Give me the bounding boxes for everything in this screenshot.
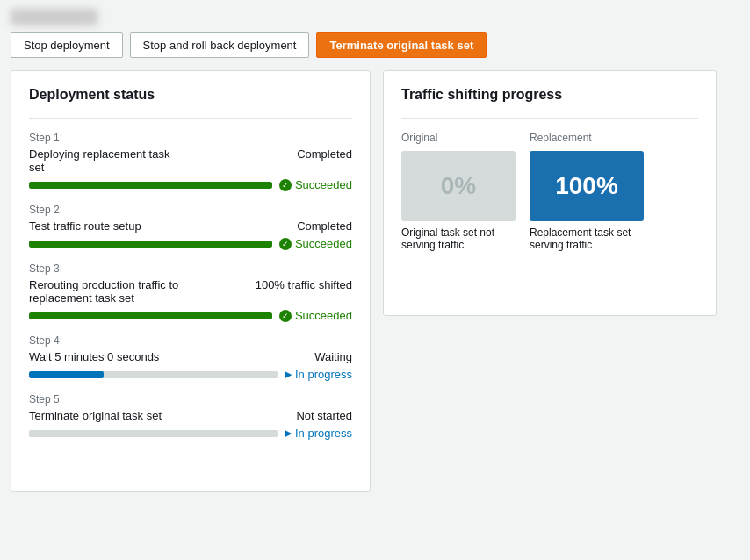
stop-deployment-button[interactable]: Stop deployment <box>11 32 123 58</box>
step-1-progress-fill <box>29 182 272 189</box>
step-2-check-icon: ✓ <box>279 238 292 250</box>
traffic-replacement-label: Replacement <box>530 132 644 144</box>
step-1-check-icon: ✓ <box>279 179 292 191</box>
stop-rollback-button[interactable]: Stop and roll back deployment <box>130 32 310 58</box>
step-1: Step 1: Deploying replacement task set C… <box>29 132 352 191</box>
traffic-original-box: 0% <box>401 151 516 221</box>
step-1-badge: ✓ Succeeded <box>279 178 352 191</box>
traffic-original-label: Original <box>401 132 516 144</box>
traffic-section: Original 0% Original task set not servin… <box>401 132 698 251</box>
step-1-progress-track <box>29 182 272 189</box>
step-5-label: Step 5: <box>29 393 352 406</box>
step-5-name: Terminate original task set <box>29 409 162 422</box>
step-1-label: Step 1: <box>29 132 352 144</box>
step-3-label: Step 3: <box>29 262 352 275</box>
step-4-progress-track <box>29 371 278 378</box>
step-4-name: Wait 5 minutes 0 seconds <box>29 350 159 363</box>
step-2-progress-track <box>29 241 272 248</box>
step-3-check-icon: ✓ <box>279 310 292 322</box>
step-2-name: Test traffic route setup <box>29 219 141 233</box>
step-5-progress-track <box>29 430 278 437</box>
step-4-label: Step 4: <box>29 334 352 347</box>
deployment-status-title: Deployment status <box>29 87 352 103</box>
step-3-badge-label: Succeeded <box>295 309 352 322</box>
step-4-badge-label: In progress <box>295 368 352 381</box>
step-2-progress-fill <box>29 241 272 248</box>
step-4-badge: ▶ In progress <box>285 368 352 381</box>
step-3-name: Rerouting production traffic to replacem… <box>29 278 187 305</box>
step-4-progress-fill-blue <box>29 371 104 378</box>
step-5-status: Not started <box>296 409 352 422</box>
step-3-progress-fill <box>29 312 272 319</box>
traffic-shifting-title: Traffic shifting progress <box>401 87 698 103</box>
step-3-badge: ✓ Succeeded <box>279 309 352 322</box>
step-5-progress-fill <box>29 430 278 437</box>
step-4-progress-fill-gray <box>104 371 278 378</box>
step-1-status: Completed <box>297 147 352 161</box>
page-title: d-xx-xx-xxx-xx <box>11 11 739 24</box>
step-4-arrow-icon: ▶ <box>285 369 292 380</box>
step-5: Step 5: Terminate original task set Not … <box>29 393 352 440</box>
step-4-status: Waiting <box>314 350 352 363</box>
step-2-badge: ✓ Succeeded <box>279 237 352 250</box>
step-4: Step 4: Wait 5 minutes 0 seconds Waiting… <box>29 334 352 381</box>
step-5-badge: ▶ In progress <box>285 427 352 440</box>
deployment-status-panel: Deployment status Step 1: Deploying repl… <box>11 70 371 492</box>
step-1-name: Deploying replacement task set <box>29 147 187 174</box>
step-3-status: 100% traffic shifted <box>256 278 352 291</box>
traffic-original-caption: Original task set not serving traffic <box>401 226 516 251</box>
step-3-progress-track <box>29 312 272 319</box>
traffic-replacement: Replacement 100% Replacement task set se… <box>530 132 644 251</box>
step-2-status: Completed <box>297 219 352 233</box>
step-2: Step 2: Test traffic route setup Complet… <box>29 204 352 250</box>
main-content: Deployment status Step 1: Deploying repl… <box>11 70 739 492</box>
step-3: Step 3: Rerouting production traffic to … <box>29 262 352 322</box>
traffic-replacement-caption: Replacement task set serving traffic <box>530 226 644 251</box>
terminate-button[interactable]: Terminate original task set <box>316 32 487 58</box>
step-1-badge-label: Succeeded <box>295 178 352 191</box>
traffic-replacement-box: 100% <box>530 151 644 221</box>
toolbar: Stop deployment Stop and roll back deplo… <box>11 32 739 58</box>
step-5-arrow-icon: ▶ <box>285 427 292 439</box>
traffic-original: Original 0% Original task set not servin… <box>401 132 516 251</box>
step-2-badge-label: Succeeded <box>295 237 352 250</box>
traffic-original-percent: 0% <box>441 172 476 200</box>
traffic-shifting-panel: Traffic shifting progress Original 0% Or… <box>383 70 717 316</box>
step-2-label: Step 2: <box>29 204 352 216</box>
traffic-replacement-percent: 100% <box>555 172 618 200</box>
step-5-badge-label: In progress <box>295 427 352 440</box>
